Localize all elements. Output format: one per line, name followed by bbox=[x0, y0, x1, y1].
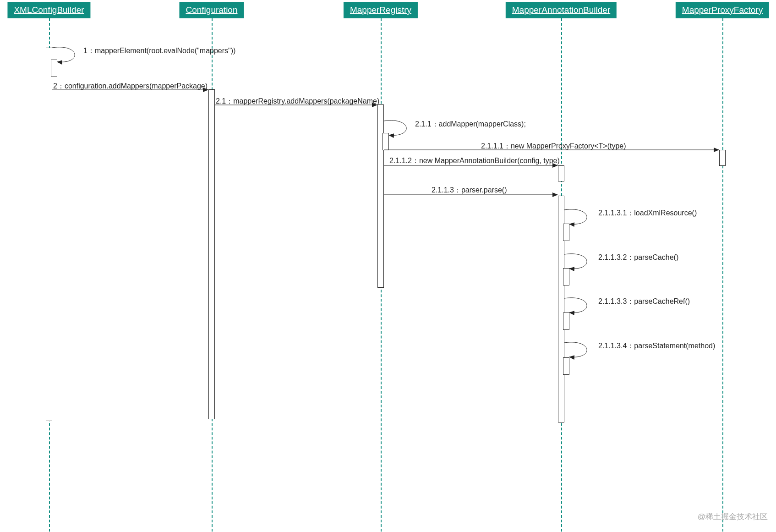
participant-mapperannotationbuilder: MapperAnnotationBuilder bbox=[506, 2, 617, 18]
activation-p5 bbox=[719, 150, 726, 166]
msg-2-1-1-1: 2.1.1.1：new MapperProxyFactory<T>(type) bbox=[481, 142, 626, 151]
participant-configuration: Configuration bbox=[179, 2, 244, 18]
activation-p4-s1 bbox=[563, 224, 569, 241]
msg-2-1: 2.1：mapperRegistry.addMappers(packageNam… bbox=[216, 97, 379, 106]
activation-p3-self bbox=[383, 133, 389, 150]
msg-2-1-1: 2.1.1：addMapper(mapperClass); bbox=[415, 120, 526, 129]
participant-mapperregistry: MapperRegistry bbox=[344, 2, 418, 18]
arrows-overlay bbox=[0, 0, 776, 532]
watermark: @稀土掘金技术社区 bbox=[698, 511, 768, 522]
activation-p4-s3 bbox=[563, 313, 569, 330]
msg-1: 1：mapperElement(root.evalNode("mappers")… bbox=[83, 46, 235, 56]
activation-p4-s2 bbox=[563, 268, 569, 285]
lifeline-p5 bbox=[722, 18, 723, 532]
activation-p1-self bbox=[51, 60, 57, 77]
activation-p4-new bbox=[558, 165, 564, 181]
msg-2: 2：configuration.addMappers(mapperPackage… bbox=[53, 82, 208, 91]
activation-p3 bbox=[377, 104, 384, 288]
participant-xmlconfigbuilder: XMLConfigBuilder bbox=[7, 2, 90, 18]
msg-2-1-1-3: 2.1.1.3：parser.parse() bbox=[432, 186, 507, 195]
msg-2-1-1-3-1: 2.1.1.3.1：loadXmlResource() bbox=[598, 208, 697, 218]
activation-p1-main bbox=[46, 48, 52, 421]
activation-p2 bbox=[208, 89, 215, 419]
msg-2-1-1-2: 2.1.1.2：new MapperAnnotationBuilder(conf… bbox=[389, 156, 560, 166]
msg-2-1-1-3-2: 2.1.1.3.2：parseCache() bbox=[598, 253, 678, 263]
msg-2-1-1-3-4: 2.1.1.3.4：parseStatement(method) bbox=[598, 341, 715, 351]
activation-p4-s4 bbox=[563, 357, 569, 375]
participant-mapperproxyfactory: MapperProxyFactory bbox=[676, 2, 769, 18]
msg-2-1-1-3-3: 2.1.1.3.3：parseCacheRef() bbox=[598, 297, 690, 307]
